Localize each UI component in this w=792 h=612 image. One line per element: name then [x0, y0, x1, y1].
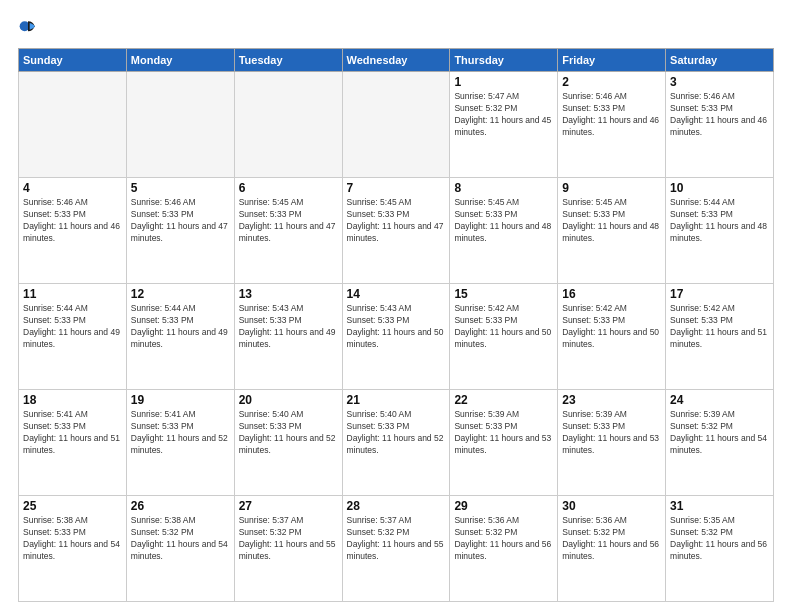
day-info: Sunrise: 5:42 AMSunset: 5:33 PMDaylight:… [454, 303, 553, 351]
day-number: 28 [347, 499, 446, 513]
day-number: 17 [670, 287, 769, 301]
calendar-day-cell: 1Sunrise: 5:47 AMSunset: 5:32 PMDaylight… [450, 72, 558, 178]
day-number: 27 [239, 499, 338, 513]
day-info: Sunrise: 5:37 AMSunset: 5:32 PMDaylight:… [347, 515, 446, 563]
day-number: 9 [562, 181, 661, 195]
day-info: Sunrise: 5:36 AMSunset: 5:32 PMDaylight:… [454, 515, 553, 563]
day-number: 12 [131, 287, 230, 301]
calendar-day-cell: 12Sunrise: 5:44 AMSunset: 5:33 PMDayligh… [126, 284, 234, 390]
day-number: 15 [454, 287, 553, 301]
calendar-day-cell: 7Sunrise: 5:45 AMSunset: 5:33 PMDaylight… [342, 178, 450, 284]
day-info: Sunrise: 5:42 AMSunset: 5:33 PMDaylight:… [562, 303, 661, 351]
day-number: 19 [131, 393, 230, 407]
calendar-day-cell: 15Sunrise: 5:42 AMSunset: 5:33 PMDayligh… [450, 284, 558, 390]
calendar-day-cell: 24Sunrise: 5:39 AMSunset: 5:32 PMDayligh… [666, 390, 774, 496]
calendar-day-cell: 25Sunrise: 5:38 AMSunset: 5:33 PMDayligh… [19, 496, 127, 602]
day-number: 20 [239, 393, 338, 407]
day-info: Sunrise: 5:43 AMSunset: 5:33 PMDaylight:… [239, 303, 338, 351]
calendar-day-cell: 4Sunrise: 5:46 AMSunset: 5:33 PMDaylight… [19, 178, 127, 284]
calendar-day-cell: 5Sunrise: 5:46 AMSunset: 5:33 PMDaylight… [126, 178, 234, 284]
day-info: Sunrise: 5:45 AMSunset: 5:33 PMDaylight:… [562, 197, 661, 245]
day-info: Sunrise: 5:44 AMSunset: 5:33 PMDaylight:… [23, 303, 122, 351]
calendar-day-cell: 6Sunrise: 5:45 AMSunset: 5:33 PMDaylight… [234, 178, 342, 284]
day-number: 22 [454, 393, 553, 407]
day-info: Sunrise: 5:40 AMSunset: 5:33 PMDaylight:… [347, 409, 446, 457]
day-of-week-header: Sunday [19, 49, 127, 72]
calendar-week-row: 1Sunrise: 5:47 AMSunset: 5:32 PMDaylight… [19, 72, 774, 178]
day-info: Sunrise: 5:43 AMSunset: 5:33 PMDaylight:… [347, 303, 446, 351]
calendar-week-row: 18Sunrise: 5:41 AMSunset: 5:33 PMDayligh… [19, 390, 774, 496]
calendar-day-cell: 2Sunrise: 5:46 AMSunset: 5:33 PMDaylight… [558, 72, 666, 178]
calendar-day-cell: 21Sunrise: 5:40 AMSunset: 5:33 PMDayligh… [342, 390, 450, 496]
day-info: Sunrise: 5:46 AMSunset: 5:33 PMDaylight:… [23, 197, 122, 245]
day-of-week-header: Wednesday [342, 49, 450, 72]
calendar-day-cell: 18Sunrise: 5:41 AMSunset: 5:33 PMDayligh… [19, 390, 127, 496]
day-number: 10 [670, 181, 769, 195]
page-header [18, 18, 774, 38]
day-info: Sunrise: 5:47 AMSunset: 5:32 PMDaylight:… [454, 91, 553, 139]
day-info: Sunrise: 5:44 AMSunset: 5:33 PMDaylight:… [131, 303, 230, 351]
day-number: 30 [562, 499, 661, 513]
day-of-week-header: Friday [558, 49, 666, 72]
calendar-week-row: 4Sunrise: 5:46 AMSunset: 5:33 PMDaylight… [19, 178, 774, 284]
calendar-day-cell: 9Sunrise: 5:45 AMSunset: 5:33 PMDaylight… [558, 178, 666, 284]
day-number: 1 [454, 75, 553, 89]
day-number: 7 [347, 181, 446, 195]
day-number: 24 [670, 393, 769, 407]
day-info: Sunrise: 5:46 AMSunset: 5:33 PMDaylight:… [670, 91, 769, 139]
day-info: Sunrise: 5:39 AMSunset: 5:32 PMDaylight:… [670, 409, 769, 457]
calendar-day-cell: 10Sunrise: 5:44 AMSunset: 5:33 PMDayligh… [666, 178, 774, 284]
day-number: 11 [23, 287, 122, 301]
day-info: Sunrise: 5:36 AMSunset: 5:32 PMDaylight:… [562, 515, 661, 563]
calendar-day-cell: 29Sunrise: 5:36 AMSunset: 5:32 PMDayligh… [450, 496, 558, 602]
calendar-week-row: 11Sunrise: 5:44 AMSunset: 5:33 PMDayligh… [19, 284, 774, 390]
day-info: Sunrise: 5:40 AMSunset: 5:33 PMDaylight:… [239, 409, 338, 457]
day-info: Sunrise: 5:46 AMSunset: 5:33 PMDaylight:… [562, 91, 661, 139]
day-info: Sunrise: 5:45 AMSunset: 5:33 PMDaylight:… [347, 197, 446, 245]
calendar-day-cell [126, 72, 234, 178]
day-info: Sunrise: 5:35 AMSunset: 5:32 PMDaylight:… [670, 515, 769, 563]
day-info: Sunrise: 5:37 AMSunset: 5:32 PMDaylight:… [239, 515, 338, 563]
day-number: 13 [239, 287, 338, 301]
day-number: 4 [23, 181, 122, 195]
day-of-week-header: Tuesday [234, 49, 342, 72]
day-number: 18 [23, 393, 122, 407]
day-number: 5 [131, 181, 230, 195]
day-number: 31 [670, 499, 769, 513]
day-info: Sunrise: 5:44 AMSunset: 5:33 PMDaylight:… [670, 197, 769, 245]
day-number: 2 [562, 75, 661, 89]
calendar-day-cell [234, 72, 342, 178]
day-number: 21 [347, 393, 446, 407]
day-number: 14 [347, 287, 446, 301]
calendar-day-cell: 8Sunrise: 5:45 AMSunset: 5:33 PMDaylight… [450, 178, 558, 284]
day-info: Sunrise: 5:45 AMSunset: 5:33 PMDaylight:… [239, 197, 338, 245]
calendar-day-cell: 13Sunrise: 5:43 AMSunset: 5:33 PMDayligh… [234, 284, 342, 390]
calendar-day-cell [342, 72, 450, 178]
calendar-day-cell: 14Sunrise: 5:43 AMSunset: 5:33 PMDayligh… [342, 284, 450, 390]
day-info: Sunrise: 5:39 AMSunset: 5:33 PMDaylight:… [562, 409, 661, 457]
calendar-day-cell: 17Sunrise: 5:42 AMSunset: 5:33 PMDayligh… [666, 284, 774, 390]
calendar-day-cell: 31Sunrise: 5:35 AMSunset: 5:32 PMDayligh… [666, 496, 774, 602]
logo [18, 18, 42, 38]
day-of-week-header: Monday [126, 49, 234, 72]
calendar-day-cell: 27Sunrise: 5:37 AMSunset: 5:32 PMDayligh… [234, 496, 342, 602]
calendar-day-cell: 16Sunrise: 5:42 AMSunset: 5:33 PMDayligh… [558, 284, 666, 390]
day-info: Sunrise: 5:38 AMSunset: 5:33 PMDaylight:… [23, 515, 122, 563]
calendar-day-cell: 19Sunrise: 5:41 AMSunset: 5:33 PMDayligh… [126, 390, 234, 496]
day-info: Sunrise: 5:38 AMSunset: 5:32 PMDaylight:… [131, 515, 230, 563]
calendar-day-cell: 26Sunrise: 5:38 AMSunset: 5:32 PMDayligh… [126, 496, 234, 602]
day-info: Sunrise: 5:42 AMSunset: 5:33 PMDaylight:… [670, 303, 769, 351]
day-number: 6 [239, 181, 338, 195]
day-number: 26 [131, 499, 230, 513]
day-info: Sunrise: 5:41 AMSunset: 5:33 PMDaylight:… [23, 409, 122, 457]
logo-icon [18, 18, 38, 38]
day-info: Sunrise: 5:41 AMSunset: 5:33 PMDaylight:… [131, 409, 230, 457]
day-number: 23 [562, 393, 661, 407]
day-number: 3 [670, 75, 769, 89]
day-number: 29 [454, 499, 553, 513]
calendar-day-cell: 22Sunrise: 5:39 AMSunset: 5:33 PMDayligh… [450, 390, 558, 496]
day-info: Sunrise: 5:46 AMSunset: 5:33 PMDaylight:… [131, 197, 230, 245]
calendar-day-cell [19, 72, 127, 178]
calendar-day-cell: 23Sunrise: 5:39 AMSunset: 5:33 PMDayligh… [558, 390, 666, 496]
day-number: 16 [562, 287, 661, 301]
